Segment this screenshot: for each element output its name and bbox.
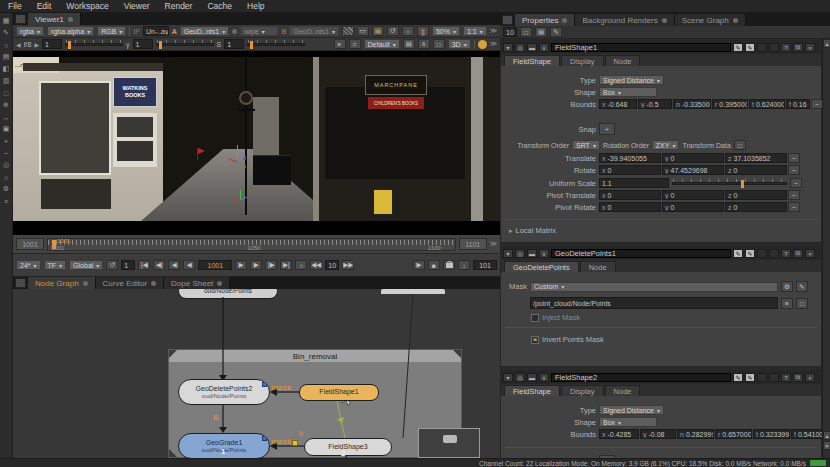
image-node-icon[interactable]: ▦ xyxy=(1,16,11,26)
transform-data-icon[interactable]: □ xyxy=(734,140,746,150)
download-cache-icon[interactable]: ↓ xyxy=(458,260,470,270)
menu-workspace[interactable]: Workspace xyxy=(66,1,108,11)
help-icon[interactable]: ? xyxy=(781,249,791,258)
manage-knobs-icon[interactable]: ✎ xyxy=(745,373,755,382)
go-to-start-button[interactable]: |◀ xyxy=(138,260,150,270)
node-name-field[interactable]: FieldShape1 xyxy=(551,43,731,52)
viewer-process-field[interactable]: Un-..ay) xyxy=(143,26,169,36)
dropdown-icon[interactable]: ▾ xyxy=(503,43,513,52)
shape-dropdown[interactable]: Box xyxy=(599,417,657,427)
proxy-toggle-icon[interactable] xyxy=(342,26,354,36)
range-end-field[interactable]: 1101 xyxy=(459,238,487,250)
wipe-dropdown[interactable]: wipe xyxy=(240,26,278,36)
disclosure-triangle-icon[interactable]: ▸ xyxy=(509,227,513,235)
layer-stack-icon[interactable]: ▤ xyxy=(372,26,384,36)
skip-amount-field[interactable]: 10 xyxy=(325,260,339,270)
frame-range-dropdown[interactable]: Global xyxy=(69,260,103,270)
tab-geodeletepoints[interactable]: GeoDeletePoints xyxy=(504,261,579,272)
expand-toolbar-icon[interactable]: ≫ xyxy=(490,40,497,48)
monitor-out-icon[interactable]: ▭ xyxy=(357,26,369,36)
gain-step-down-icon[interactable]: ◀ xyxy=(16,41,21,48)
flipbook-play-icon[interactable]: ▶ xyxy=(413,260,425,270)
color-node-icon[interactable]: ◧ xyxy=(1,64,11,74)
bounds-r-field[interactable]: r0.3950000 xyxy=(712,99,748,109)
close-panel-icon[interactable]: × xyxy=(805,43,815,52)
pause-icon[interactable]: || xyxy=(417,26,429,36)
gamma-field[interactable]: 1 xyxy=(133,39,153,49)
skip-forward-button[interactable]: ▶▶ xyxy=(342,260,354,270)
tab-curve-editor[interactable]: Curve Editor xyxy=(96,277,164,289)
curve-icon[interactable]: ~ xyxy=(788,153,800,163)
menu-file[interactable]: File xyxy=(8,1,22,11)
curve-icon[interactable]: ~ xyxy=(788,165,800,175)
edit-expression-icon[interactable]: ✎ xyxy=(733,373,743,382)
particles-node-icon[interactable]: + xyxy=(1,136,11,146)
pane-menu-icon[interactable] xyxy=(15,278,26,288)
float-panel-icon[interactable]: ⧉ xyxy=(793,373,803,382)
curve-icon[interactable]: ~ xyxy=(790,178,802,188)
type-dropdown[interactable]: Signed Distance xyxy=(599,75,664,85)
mask-dropdown[interactable]: Custom xyxy=(530,282,778,292)
node-graph-canvas[interactable]: oud/Node/Points Bin_removal xyxy=(13,289,500,458)
curve-icon[interactable]: ~ xyxy=(788,202,800,212)
edit-expression-icon[interactable]: ✎ xyxy=(733,249,743,258)
color-swatch-icon[interactable]: ▬ xyxy=(527,43,537,52)
center-node-icon[interactable]: ◎ xyxy=(515,373,525,382)
close-tab-icon[interactable] xyxy=(83,281,88,286)
manage-knobs-icon[interactable]: ✎ xyxy=(745,249,755,258)
local-matrix-row[interactable]: ▸ Local Matrix xyxy=(509,226,556,235)
close-tab-icon[interactable] xyxy=(662,18,667,23)
pencil-icon[interactable]: ✎ xyxy=(550,27,562,37)
timecode-dropdown[interactable]: TF xyxy=(44,260,67,270)
tab-display[interactable]: Display xyxy=(561,385,604,396)
floating-node-box[interactable] xyxy=(418,428,480,458)
clipping-warning-icon[interactable]: ≡ xyxy=(334,39,346,49)
menu-cache[interactable]: Cache xyxy=(207,1,232,11)
center-node-icon[interactable]: ◎ xyxy=(515,43,525,52)
tab-fieldshape[interactable]: FieldShape xyxy=(504,385,560,396)
translate-z-field[interactable]: z37.1035852 xyxy=(725,153,787,163)
rotate-y-field[interactable]: y47.4529698 xyxy=(662,165,724,175)
scroll-up-icon[interactable]: ▲ xyxy=(823,431,830,440)
scroll-up-icon[interactable]: ▲ xyxy=(823,39,830,48)
mask-path-field[interactable]: /point_cloud/Node/Points xyxy=(530,297,778,309)
pivot-rotate-x-field[interactable]: x0 xyxy=(599,202,661,212)
rotation-order-dropdown[interactable]: ZXY xyxy=(652,140,680,150)
translate-y-field[interactable]: y0 xyxy=(662,153,724,163)
expand-timeline-icon[interactable]: ≫ xyxy=(490,240,497,248)
views-node-icon[interactable]: ◎ xyxy=(1,160,11,170)
timeline-ruler[interactable]: 1001 1001 1050 1100 xyxy=(47,238,456,251)
export-icon[interactable]: □ xyxy=(796,298,808,309)
saturation-field[interactable]: 1 xyxy=(224,39,244,49)
view-mode-dropdown[interactable]: 3D xyxy=(448,39,471,49)
tab-fieldshape[interactable]: FieldShape xyxy=(504,55,560,66)
expand-toolbar-icon[interactable]: ≫ xyxy=(490,27,497,35)
roi-icon[interactable]: ○ xyxy=(402,26,414,36)
uniform-scale-field[interactable]: 1.1 xyxy=(599,178,669,188)
camera-icon[interactable]: ▤ xyxy=(535,27,547,37)
pane-menu-icon[interactable] xyxy=(15,14,26,24)
bounds-x-field[interactable]: x-0.648 xyxy=(599,99,637,109)
shape-dropdown[interactable]: Box xyxy=(599,87,657,97)
fps-dropdown[interactable]: 24* xyxy=(16,260,41,270)
lock-panels-icon[interactable]: □ xyxy=(520,27,532,37)
viewer-viewport[interactable]: ...ry Books WATKINS BOOKS MARCHPANE xyxy=(13,51,500,235)
range-start-field[interactable]: 1001 xyxy=(16,238,44,250)
prev-keyframe-button[interactable]: ◀| xyxy=(153,260,165,270)
step-forward-button[interactable]: ▶ xyxy=(250,260,262,270)
curve-icon[interactable]: ~ xyxy=(788,190,800,200)
pane-menu-icon[interactable] xyxy=(502,15,513,25)
a-input-dropdown[interactable]: GeoD..nts1 xyxy=(180,26,229,36)
filter-node-icon[interactable]: ▥ xyxy=(1,76,11,86)
transform-node-icon[interactable]: ↔ xyxy=(1,112,11,122)
display-channel-dropdown[interactable]: RGB xyxy=(97,26,126,36)
refresh-icon[interactable]: ↺ xyxy=(387,26,399,36)
pin-icon[interactable]: ∨ xyxy=(539,43,549,52)
stereo-view-dropdown[interactable]: Default xyxy=(364,39,400,49)
menu-help[interactable]: Help xyxy=(247,1,264,11)
other-node-icon[interactable]: ≡ xyxy=(1,196,11,206)
help-icon[interactable]: ? xyxy=(781,373,791,382)
pin-icon[interactable]: ∨ xyxy=(539,249,549,258)
skip-back-button[interactable]: ◀◀ xyxy=(310,260,322,270)
float-panel-icon[interactable]: ⧉ xyxy=(793,43,803,52)
